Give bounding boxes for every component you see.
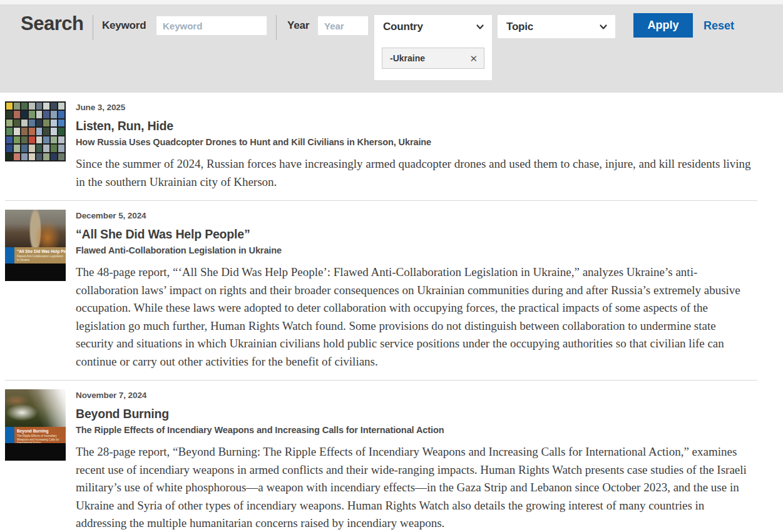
- mosaic-cell: [58, 111, 64, 118]
- chevron-down-icon: [476, 23, 484, 31]
- mosaic-cell: [58, 145, 64, 151]
- mosaic-cell: [29, 103, 35, 110]
- country-filter-tag[interactable]: -Ukraine ✕: [382, 48, 484, 69]
- divider: [276, 15, 277, 40]
- keyword-label: Keyword: [102, 19, 146, 32]
- mosaic-cell: [6, 103, 13, 110]
- mosaic-cell: [36, 145, 43, 151]
- mosaic-cell: [43, 153, 49, 160]
- mosaic-cell: [51, 103, 57, 110]
- mosaic-cell: [14, 145, 20, 151]
- mosaic-cell: [6, 145, 13, 151]
- mosaic-cell: [51, 111, 57, 118]
- mosaic-cell: [43, 111, 49, 118]
- result-summary: The 28-page report, “Beyond Burning: The…: [76, 443, 755, 532]
- result-title-link[interactable]: Listen, Run, Hide: [76, 119, 755, 133]
- country-filter-tag-label: -Ukraine: [390, 53, 425, 63]
- mosaic-cell: [36, 103, 43, 110]
- result-thumbnail[interactable]: [5, 101, 66, 191]
- result-subtitle: The Ripple Effects of Incendiary Weapons…: [76, 425, 755, 435]
- mosaic-cell: [51, 128, 57, 135]
- mosaic-cell: [21, 103, 28, 110]
- mosaic-cell: [29, 136, 35, 143]
- result-title-link[interactable]: Beyond Burning: [76, 407, 755, 421]
- report-cover-image: “All She Did Was Help People”Flawed Anti…: [5, 210, 66, 281]
- cover-title-band: “All She Did Was Help People”Flawed Anti…: [5, 247, 66, 263]
- divider: [93, 15, 93, 40]
- keyword-input[interactable]: [156, 16, 267, 35]
- mosaic-cell: [21, 128, 28, 135]
- country-dropdown[interactable]: Country: [374, 15, 492, 38]
- mosaic-cell: [36, 153, 43, 160]
- mosaic-cell: [14, 153, 20, 160]
- apply-button[interactable]: Apply: [633, 13, 693, 38]
- year-input[interactable]: [318, 16, 368, 35]
- mosaic-cell: [29, 145, 35, 151]
- result-title-link[interactable]: “All She Did Was Help People”: [76, 227, 755, 242]
- cover-title-text: “All She Did Was Help People”: [17, 249, 64, 254]
- mosaic-cell: [51, 153, 57, 160]
- cover-photo: [5, 389, 66, 427]
- mosaic-cell: [58, 136, 64, 143]
- mosaic-cell: [6, 136, 13, 143]
- mosaic-cell: [58, 153, 64, 160]
- result-subtitle: Flawed Anti-Collaboration Legislation in…: [76, 245, 755, 255]
- cover-footer: [5, 443, 66, 461]
- search-results-list: June 3, 2025 Listen, Run, Hide How Russi…: [5, 93, 757, 532]
- cover-title-band: Beyond BurningThe Ripple Effects of Ince…: [5, 427, 66, 443]
- search-result-item: June 3, 2025 Listen, Run, Hide How Russi…: [5, 93, 757, 200]
- topic-dropdown[interactable]: Topic: [498, 15, 615, 38]
- top-strip: [0, 0, 783, 4]
- year-label: Year: [287, 19, 309, 32]
- search-result-item: “All She Did Was Help People”Flawed Anti…: [5, 200, 757, 380]
- result-thumbnail[interactable]: Beyond BurningThe Ripple Effects of Ince…: [5, 389, 66, 532]
- mosaic-cell: [6, 120, 13, 126]
- mosaic-cell: [14, 128, 20, 135]
- hrw-logo: [5, 427, 14, 443]
- mosaic-cell: [21, 145, 28, 151]
- report-cover-image: Beyond BurningThe Ripple Effects of Ince…: [5, 389, 66, 461]
- mosaic-cell: [21, 111, 28, 118]
- mosaic-cell: [58, 120, 64, 126]
- cover-title-text: Beyond Burning: [17, 429, 64, 434]
- chevron-down-icon: [599, 23, 608, 31]
- mosaic-cell: [21, 153, 28, 160]
- search-filter-panel: Search Keyword Year Country -Ukraine ✕ T…: [0, 4, 783, 93]
- search-result-item: Beyond BurningThe Ripple Effects of Ince…: [5, 380, 757, 532]
- cover-subtitle-text: Flawed Anti-Collaboration Legislation in…: [17, 255, 64, 262]
- mosaic-cell: [36, 128, 43, 135]
- mosaic-cell: [29, 128, 35, 135]
- remove-filter-icon[interactable]: ✕: [469, 54, 478, 63]
- mosaic-cell: [21, 120, 28, 126]
- mosaic-cell: [51, 120, 57, 126]
- mosaic-cell: [43, 103, 49, 110]
- mosaic-cell: [14, 111, 20, 118]
- mosaic-cell: [51, 136, 57, 143]
- result-summary: The 48-page report, “‘All She Did Was He…: [76, 263, 755, 371]
- reset-button[interactable]: Reset: [704, 19, 734, 33]
- hrw-logo: [5, 247, 14, 263]
- mosaic-cell: [6, 111, 13, 118]
- mosaic-cell: [51, 145, 57, 151]
- mosaic-cell: [14, 103, 20, 110]
- topic-dropdown-label: Topic: [506, 21, 533, 33]
- mosaic-cell: [43, 136, 49, 143]
- mosaic-cell: [29, 153, 35, 160]
- mosaic-cell: [36, 136, 43, 143]
- result-thumbnail[interactable]: “All She Did Was Help People”Flawed Anti…: [5, 210, 66, 371]
- mosaic-cell: [58, 128, 64, 135]
- result-date: December 5, 2024: [76, 211, 755, 220]
- mosaic-cell: [43, 120, 49, 126]
- mosaic-cell: [29, 120, 35, 126]
- result-date: November 7, 2024: [76, 391, 755, 400]
- mosaic-cell: [6, 128, 13, 135]
- mosaic-cell: [43, 128, 49, 135]
- mosaic-cell: [6, 153, 13, 160]
- mosaic-cell: [43, 145, 49, 151]
- mosaic-cell: [29, 111, 35, 118]
- result-date: June 3, 2025: [76, 103, 755, 112]
- result-summary: Since the summer of 2024, Russian forces…: [76, 155, 755, 191]
- mosaic-cell: [21, 136, 28, 143]
- page-title: Search: [21, 13, 83, 35]
- mosaic-thumbnail-image: [5, 101, 66, 161]
